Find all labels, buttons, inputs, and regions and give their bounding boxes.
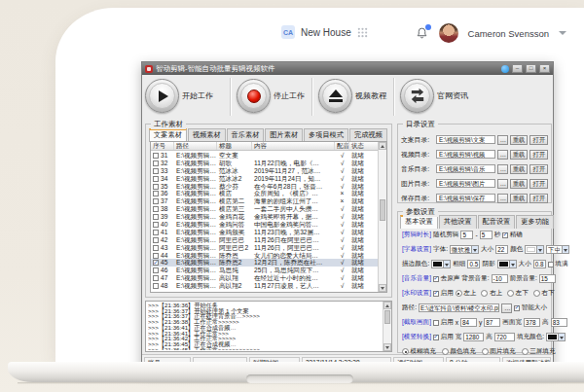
table-row[interactable]: 33 E:\视频剪辑… 范冰冰 2019年11月27，范冰… √ 就绪 — [151, 167, 378, 175]
fill-color-select[interactable] — [546, 333, 566, 341]
workspace-switcher[interactable]: CA New House — [281, 25, 368, 39]
bg-volume-input[interactable]: -10 — [492, 274, 508, 283]
row-checkbox[interactable] — [153, 176, 159, 182]
table-row[interactable]: 32 E:\视频剪辑… 胡歌 11月22日晚，电影《… √ 就绪 — [151, 160, 378, 167]
open-button[interactable]: 打开 — [529, 135, 548, 145]
table-row[interactable]: 35 E:\视频剪辑… 蔡少芬 在今年6月28日，张晋… √ 就绪 — [151, 183, 378, 191]
clip-min-input[interactable]: 5 — [460, 231, 473, 239]
table-row[interactable]: 48 E:\视频剪辑… 高以翔2 11月27日凌晨，艺人… √ 就绪 — [151, 282, 378, 290]
scroll-thumb[interactable] — [380, 199, 385, 221]
table-row[interactable]: 45 E:\视频剪辑… 陈乔恩2 12月2日，陈乔恩在社… √ 就绪 — [151, 259, 378, 267]
scroll-down-button[interactable] — [379, 284, 386, 292]
crop-x-input[interactable]: 84 — [460, 318, 477, 327]
reload-button[interactable]: 重载 — [510, 164, 529, 174]
chevron-down-icon[interactable] — [559, 31, 566, 35]
fill-mode-option[interactable]: 图片填充 — [482, 347, 516, 356]
params-tab[interactable]: 配音设置 — [478, 215, 516, 229]
clip-max-input[interactable]: 5 — [480, 231, 493, 239]
table-row[interactable]: 38 E:\视频剪辑… 横店第三 一套二手房中人头攒… √ 就绪 — [151, 205, 378, 213]
notification-bell-icon[interactable] — [416, 26, 429, 41]
materials-tab[interactable]: 文案素材 — [149, 128, 187, 142]
open-button[interactable]: 打开 — [529, 194, 548, 203]
precise-checkbox[interactable]: 精确 — [502, 231, 523, 239]
start-work-button[interactable]: 开始工作 — [145, 79, 213, 113]
avatar[interactable] — [439, 23, 458, 43]
params-tab[interactable]: 基本设置 — [400, 215, 438, 229]
materials-tab[interactable]: 图片素材 — [265, 128, 303, 142]
directory-path-input[interactable]: E:\视频剪辑\保存 — [436, 194, 495, 202]
messenger-icon[interactable] — [501, 65, 509, 73]
website-news-button[interactable]: 官网资讯 — [400, 79, 468, 113]
browse-button[interactable]: … — [497, 150, 508, 160]
crop-y-input[interactable]: 87 — [484, 318, 500, 327]
browse-button[interactable]: … — [497, 179, 508, 189]
table-row[interactable]: 34 E:\视频剪辑… 范冰冰2 2019年11月24日，知… √ 就绪 — [151, 175, 378, 183]
log-scrollbar[interactable] — [383, 302, 391, 351]
row-checkbox[interactable] — [153, 230, 159, 235]
table-row[interactable]: 44 E:\视频剪辑… 陈乔恩 女儿们的恋爱大结局… √ 就绪 — [151, 252, 378, 260]
table-row[interactable]: 41 E:\视频剪辑… 金鸡颁奖 11月23日晚，第32届… √ 就绪 — [151, 229, 378, 236]
directory-path-input[interactable]: E:\视频剪辑\图片 — [436, 179, 495, 188]
shadow-size-input[interactable]: 0.8 — [533, 260, 546, 268]
row-checkbox[interactable] — [153, 206, 159, 212]
scroll-down-button[interactable] — [383, 343, 391, 351]
watermark-position-option[interactable]: 右下 — [533, 289, 555, 298]
reload-button[interactable]: 重载 — [510, 135, 529, 145]
params-tab[interactable]: 更多功能 — [516, 215, 554, 229]
col-content[interactable]: 内容 — [252, 142, 335, 150]
watermark-enable-checkbox[interactable]: 启用 — [433, 289, 454, 298]
fill-checkbox[interactable]: 填满 — [548, 260, 568, 268]
maximize-button[interactable]: □ — [526, 64, 536, 73]
row-checkbox[interactable] — [153, 168, 159, 174]
scroll-up-button[interactable] — [383, 302, 391, 309]
smart-size-checkbox[interactable]: 智能大小 — [514, 303, 547, 312]
table-row[interactable]: 36 E:\视频剪辑… 横店 众所周知，《横店》… × 就绪 — [151, 190, 378, 197]
row-checkbox[interactable] — [153, 191, 159, 196]
browse-button[interactable]: … — [501, 303, 512, 313]
watermark-position-option[interactable]: 左下 — [507, 289, 529, 298]
fg-volume-input[interactable]: 15 — [539, 274, 556, 283]
crop-height-input[interactable]: 83 — [551, 318, 567, 327]
scroll-thumb[interactable] — [384, 310, 390, 324]
table-row[interactable]: 43 E:\视频剪辑… 阿里巴巴2 11月26日，阿里巴巴… √ 就绪 — [151, 244, 378, 252]
row-checkbox[interactable] — [153, 267, 159, 273]
crop-width-input[interactable]: 378 — [524, 318, 540, 327]
fill-mode-option[interactable]: 颜色填充 — [442, 347, 476, 356]
shadow-color-select[interactable] — [497, 260, 517, 268]
browse-button[interactable]: … — [497, 164, 508, 174]
open-button[interactable]: 打开 — [529, 164, 548, 174]
col-title[interactable]: 标题 — [217, 142, 252, 150]
watermark-position-option[interactable]: 右上 — [481, 289, 502, 298]
row-checkbox[interactable] — [153, 198, 159, 204]
browse-button[interactable]: … — [497, 135, 508, 145]
row-checkbox[interactable] — [153, 153, 159, 159]
row-checkbox[interactable] — [153, 184, 159, 190]
table-row[interactable]: 37 E:\视频剪辑… 横店第二 海量的剧组来江州了… × 就绪 — [151, 197, 378, 205]
convert-enable-checkbox[interactable]: 启用 — [433, 333, 454, 341]
window-titlebar[interactable]: 智动剪辑-智能自动批量剪辑视频软件 – □ × — [142, 62, 553, 75]
table-row[interactable]: 42 E:\视频剪辑… 阿里巴巴 11月26日在阿里巴巴… √ 就绪 — [151, 236, 378, 244]
fill-mode-option[interactable]: 三屏填充 — [522, 347, 556, 356]
font-select[interactable]: 微软雅 — [450, 245, 479, 254]
crop-enable-checkbox[interactable]: 启用 — [433, 318, 454, 327]
fill-mode-option[interactable]: 模糊填充 — [402, 347, 436, 356]
directory-path-input[interactable]: E:\视频剪辑\视频 — [436, 150, 495, 159]
directory-path-input[interactable]: E:\视频剪辑\音乐 — [436, 164, 495, 173]
col-path[interactable]: 路径 — [174, 142, 217, 150]
open-button[interactable]: 打开 — [529, 179, 548, 189]
video-tutorial-button[interactable]: 视频教程 — [318, 79, 386, 113]
row-checkbox[interactable] — [153, 214, 159, 220]
col-dub[interactable]: 配音 — [335, 142, 349, 150]
table-row[interactable]: 39 E:\视频剪辑… 金鸡百花 金鸡奖即将开幕，据… √ 就绪 — [151, 213, 378, 221]
mute-original-checkbox[interactable]: 去原声 — [433, 274, 459, 283]
materials-tab[interactable]: 视频素材 — [188, 128, 226, 142]
row-checkbox[interactable] — [153, 275, 159, 281]
params-tab[interactable]: 其他设置 — [439, 215, 477, 229]
row-checkbox[interactable] — [153, 283, 159, 289]
table-row[interactable]: 47 E:\视频剪辑… 高以翔 在经过近十小时的抢… √ 就绪 — [151, 274, 378, 282]
apps-grid-icon[interactable] — [357, 27, 368, 38]
row-checkbox[interactable] — [153, 245, 159, 251]
col-no[interactable]: 序号 — [151, 142, 174, 150]
row-checkbox[interactable] — [153, 237, 159, 243]
stroke-width-input[interactable]: 0.5 — [467, 260, 480, 268]
